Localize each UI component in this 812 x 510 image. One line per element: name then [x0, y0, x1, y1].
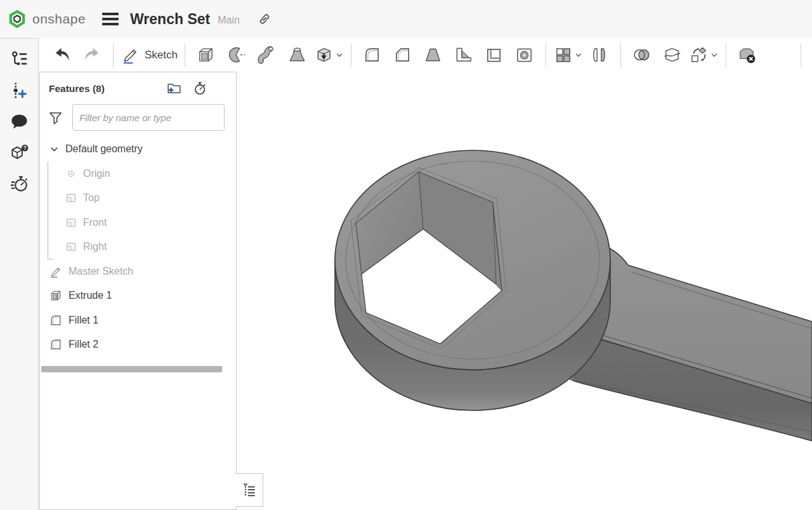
linear-pattern-icon	[553, 45, 573, 65]
sweep-tool-button[interactable]	[252, 42, 282, 69]
shell-icon	[484, 45, 504, 65]
fillet-icon	[49, 337, 63, 351]
add-folder-icon[interactable]	[166, 81, 182, 96]
feature-list-icon	[10, 49, 29, 69]
hole-icon	[514, 45, 534, 65]
configurations-icon	[10, 81, 29, 100]
thicken-tool-button[interactable]	[313, 42, 345, 69]
feature-label: Extrude 1	[69, 290, 112, 301]
mirror-tool-button[interactable]	[584, 42, 615, 69]
history-icon	[10, 174, 29, 193]
chevron-down-icon	[49, 144, 60, 155]
feature-tree-item-default-geometry[interactable]: Default geometry	[40, 137, 236, 162]
feature-label: Top	[83, 192, 100, 204]
linear-pattern-tool-button[interactable]	[552, 42, 584, 69]
revolve-tool-button[interactable]	[221, 42, 252, 69]
toolbar-separator	[113, 43, 114, 67]
onshape-logo[interactable]	[8, 10, 27, 29]
loft-tool-button[interactable]	[282, 42, 313, 69]
feature-tree-item-fillet-1[interactable]: Fillet 1	[40, 308, 236, 333]
default-geometry-children: OriginTopFrontRight	[48, 162, 236, 259]
feature-label: Front	[83, 217, 107, 228]
redo-tool-button[interactable]	[77, 42, 107, 69]
custom-features-panel-button[interactable]	[0, 137, 39, 168]
feature-tree-item-right[interactable]: Right	[48, 235, 236, 259]
feature-tree-item-origin[interactable]: Origin	[48, 162, 236, 186]
chamfer-icon	[393, 45, 412, 65]
feature-list-panel-button[interactable]	[0, 44, 39, 75]
document-title[interactable]: Wrench Set	[130, 11, 210, 28]
shell-tool-button[interactable]	[479, 42, 509, 69]
toolbar-separator	[185, 43, 185, 67]
draft-icon	[423, 45, 443, 65]
fillet-tool-button[interactable]	[357, 42, 388, 69]
split-tool-button[interactable]	[657, 42, 688, 69]
transform-icon	[689, 45, 709, 65]
plane-icon	[65, 192, 77, 204]
toolbar-separator	[351, 43, 351, 67]
sketch-pencil-icon	[121, 45, 140, 65]
toolbar-separator	[546, 43, 546, 67]
chevron-down-icon	[335, 51, 344, 60]
loft-icon	[287, 45, 307, 65]
filter-funnel-icon	[48, 110, 63, 126]
hole-tool-button[interactable]	[509, 42, 540, 69]
features-panel-title: Features (8)	[49, 83, 166, 95]
feature-tree-item-front[interactable]: Front	[48, 211, 236, 235]
revolve-icon	[226, 45, 246, 65]
sketch-pencil-tool-button[interactable]: Sketch	[119, 42, 179, 69]
feature-timer-icon[interactable]	[192, 81, 208, 96]
fillet-icon	[362, 45, 382, 65]
feature-tree: Default geometryOriginTopFrontRightMaste…	[40, 137, 236, 357]
collapse-feature-list-tab[interactable]	[235, 473, 263, 507]
thicken-icon	[314, 45, 334, 65]
boolean-tool-button[interactable]	[627, 42, 657, 69]
configurations-panel-button[interactable]	[0, 75, 39, 106]
feature-label: Fillet 1	[69, 315, 98, 326]
plane-icon	[65, 240, 77, 253]
clipped-tool-tool-button[interactable]	[807, 42, 812, 69]
extrude-tool-button[interactable]	[191, 42, 221, 69]
workspace-name[interactable]: Main	[218, 15, 240, 26]
feature-list-panel: Features (8) Default geometryOriginTopFr…	[39, 72, 237, 510]
delete-part-icon	[737, 45, 757, 65]
custom-features-icon	[10, 143, 29, 162]
comments-panel-button[interactable]	[0, 106, 39, 137]
redo-icon	[82, 45, 102, 65]
feature-tree-item-fillet-2[interactable]: Fillet 2	[40, 332, 236, 357]
transform-tool-button[interactable]	[688, 42, 720, 69]
origin-icon	[65, 167, 77, 180]
extrude-icon	[49, 289, 63, 303]
feature-filter-input[interactable]	[72, 104, 225, 131]
share-link-icon[interactable]	[258, 12, 272, 26]
history-panel-button[interactable]	[0, 168, 39, 199]
toolbar-separator	[620, 43, 621, 67]
toolbar-separator	[801, 43, 801, 67]
brand-name: onshape	[32, 11, 86, 27]
plane-icon	[65, 216, 77, 229]
main-menu-icon[interactable]	[102, 13, 119, 25]
feature-tree-item-top[interactable]: Top	[48, 186, 236, 211]
graphics-viewport[interactable]	[237, 72, 812, 510]
feature-tree-item-extrude-1[interactable]: Extrude 1	[40, 284, 236, 308]
wrench-model[interactable]	[335, 150, 812, 441]
sketch-button-label: Sketch	[145, 49, 178, 62]
chevron-down-icon	[574, 51, 583, 60]
draft-tool-button[interactable]	[418, 42, 449, 69]
rib-icon	[454, 45, 473, 65]
fillet-icon	[49, 313, 63, 327]
feature-label: Fillet 2	[69, 339, 98, 350]
feature-label: Default geometry	[65, 143, 143, 155]
extrude-icon	[196, 45, 216, 65]
feature-toolbar: Sketch	[39, 38, 812, 72]
feature-tree-item-master-sketch[interactable]: Master Sketch	[40, 259, 236, 284]
chamfer-tool-button[interactable]	[388, 42, 418, 69]
undo-tool-button[interactable]	[46, 42, 77, 69]
undo-icon	[52, 45, 72, 65]
sketch-pencil-icon	[49, 265, 63, 278]
feature-label: Origin	[83, 168, 110, 180]
rib-tool-button[interactable]	[449, 42, 479, 69]
rollback-bar[interactable]	[41, 366, 222, 372]
collapse-feature-list-icon	[240, 481, 258, 499]
delete-part-tool-button[interactable]	[732, 42, 763, 69]
